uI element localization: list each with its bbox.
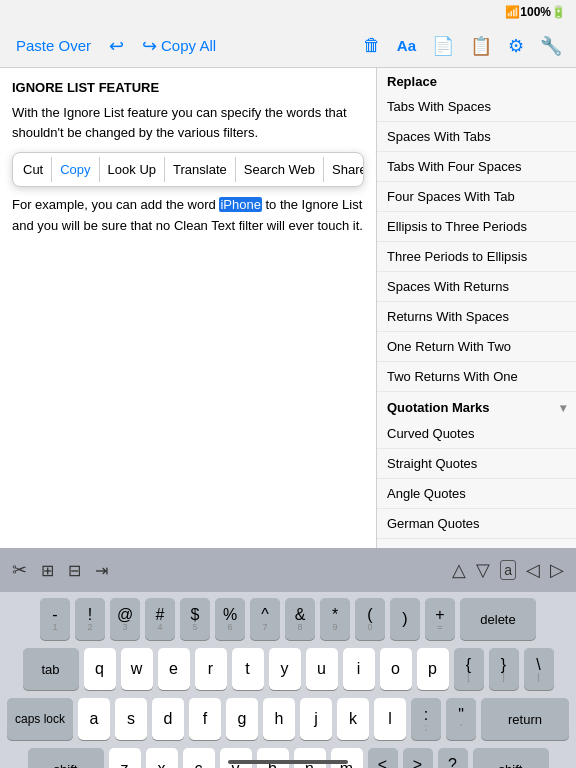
key-backslash[interactable]: \ | [524, 648, 554, 690]
context-cut[interactable]: Cut [15, 157, 52, 182]
key-a[interactable]: a [78, 698, 110, 740]
rewind-icon[interactable]: ◁ [526, 559, 540, 581]
key-asterisk[interactable]: * 9 [320, 598, 350, 640]
sidebar-item-angle-quotes[interactable]: Angle Quotes [377, 479, 576, 509]
key-capslock[interactable]: caps lock [7, 698, 73, 740]
key-delete[interactable]: delete [460, 598, 536, 640]
key-w[interactable]: w [121, 648, 153, 690]
key-q[interactable]: q [84, 648, 116, 690]
key-lbrace[interactable]: { [ [454, 648, 484, 690]
clipboard-button[interactable]: 📋 [466, 31, 496, 61]
key-lparen[interactable]: ( 0 [355, 598, 385, 640]
sidebar-item-cjk-quotes[interactable]: CJK Quotes [377, 539, 576, 548]
indent-icon[interactable]: ⇥ [95, 561, 108, 580]
settings-button[interactable]: ⚙ [504, 31, 528, 61]
sidebar-item-spaces-returns[interactable]: Spaces With Returns [377, 272, 576, 302]
key-m[interactable]: m [331, 748, 363, 768]
key-r[interactable]: r [195, 648, 227, 690]
key-v[interactable]: v [220, 748, 252, 768]
key-ampersand[interactable]: & 8 [285, 598, 315, 640]
sidebar-item-one-return-two[interactable]: One Return With Two [377, 332, 576, 362]
sidebar-item-german-quotes[interactable]: German Quotes [377, 509, 576, 539]
key-hash[interactable]: # 4 [145, 598, 175, 640]
key-o[interactable]: o [380, 648, 412, 690]
key-l[interactable]: l [374, 698, 406, 740]
key-caret[interactable]: ^ 7 [250, 598, 280, 640]
key-rbrace[interactable]: } ] [489, 648, 519, 690]
copy-icon[interactable]: ⊞ [41, 561, 54, 580]
a-box-icon[interactable]: a [500, 560, 516, 580]
forward-icon[interactable]: ▷ [550, 559, 564, 581]
key-s[interactable]: s [115, 698, 147, 740]
sidebar-item-spaces-tabs[interactable]: Spaces With Tabs [377, 122, 576, 152]
key-colon[interactable]: : ; [411, 698, 441, 740]
key-f[interactable]: f [189, 698, 221, 740]
key-t[interactable]: t [232, 648, 264, 690]
key-return[interactable]: return [481, 698, 569, 740]
key-lt[interactable]: < , [368, 748, 398, 768]
battery-icon: 🔋 [551, 5, 566, 19]
feature-heading: IGNORE LIST FEATURE [12, 80, 364, 95]
key-u[interactable]: u [306, 648, 338, 690]
copy-all-button[interactable]: ↪ Copy All [136, 31, 222, 61]
key-question[interactable]: ? / [438, 748, 468, 768]
key-shift-right[interactable]: shift [473, 748, 549, 768]
key-rparen[interactable]: ) [390, 598, 420, 640]
clipboard-icon: 📋 [470, 36, 492, 56]
key-dollar[interactable]: $ 5 [180, 598, 210, 640]
key-p[interactable]: p [417, 648, 449, 690]
sidebar-item-tabs-spaces[interactable]: Tabs With Spaces [377, 92, 576, 122]
key-b[interactable]: b [257, 748, 289, 768]
key-minus[interactable]: - 1 [40, 598, 70, 640]
paste-over-button[interactable]: Paste Over [10, 33, 97, 58]
sidebar-item-ellipsis-three[interactable]: Ellipsis to Three Periods [377, 212, 576, 242]
key-e[interactable]: e [158, 648, 190, 690]
key-d[interactable]: d [152, 698, 184, 740]
triangle-up-icon[interactable]: △ [452, 559, 466, 581]
key-i[interactable]: i [343, 648, 375, 690]
quotation-marks-header[interactable]: Quotation Marks ▾ [377, 392, 576, 419]
key-exclaim[interactable]: ! 2 [75, 598, 105, 640]
key-c[interactable]: c [183, 748, 215, 768]
key-g[interactable]: g [226, 698, 258, 740]
key-percent[interactable]: % 6 [215, 598, 245, 640]
key-gt[interactable]: > . [403, 748, 433, 768]
context-lookup[interactable]: Look Up [100, 157, 165, 182]
key-n[interactable]: n [294, 748, 326, 768]
key-j[interactable]: j [300, 698, 332, 740]
font-button[interactable]: Aa [393, 31, 420, 60]
undo-button[interactable]: ↩ [103, 31, 130, 61]
context-share[interactable]: Share... [324, 157, 364, 182]
status-bar: 📶 100% 🔋 [0, 0, 576, 24]
scissors-icon[interactable]: ✂ [12, 559, 27, 581]
sidebar-item-two-returns-one[interactable]: Two Returns With One [377, 362, 576, 392]
context-copy[interactable]: Copy [52, 157, 99, 182]
replace-label: Replace [377, 68, 576, 92]
sidebar-item-straight-quotes[interactable]: Straight Quotes [377, 449, 576, 479]
wrench-button[interactable]: 🔧 [536, 31, 566, 61]
paste-over-label: Paste Over [16, 37, 91, 54]
key-x[interactable]: x [146, 748, 178, 768]
context-searchweb[interactable]: Search Web [236, 157, 324, 182]
text-editor[interactable]: IGNORE LIST FEATURE With the Ignore List… [0, 68, 376, 548]
sidebar-item-tabs-four-spaces[interactable]: Tabs With Four Spaces [377, 152, 576, 182]
delete-button[interactable]: 🗑 [359, 31, 385, 60]
keyboard-row-4: shift z x c v b n m < , > . ? / shift [3, 748, 573, 768]
key-at[interactable]: @ 3 [110, 598, 140, 640]
paste-icon[interactable]: ⊟ [68, 561, 81, 580]
key-quote[interactable]: " ' [446, 698, 476, 740]
sidebar-item-four-spaces-tab[interactable]: Four Spaces With Tab [377, 182, 576, 212]
sidebar-item-returns-spaces[interactable]: Returns With Spaces [377, 302, 576, 332]
key-y[interactable]: y [269, 648, 301, 690]
sidebar-item-curved-quotes[interactable]: Curved Quotes [377, 419, 576, 449]
key-h[interactable]: h [263, 698, 295, 740]
key-z[interactable]: z [109, 748, 141, 768]
sidebar-item-three-ellipsis[interactable]: Three Periods to Ellipsis [377, 242, 576, 272]
key-plus[interactable]: + = [425, 598, 455, 640]
context-translate[interactable]: Translate [165, 157, 236, 182]
key-shift-left[interactable]: shift [28, 748, 104, 768]
key-tab[interactable]: tab [23, 648, 79, 690]
triangle-down-icon[interactable]: ▽ [476, 559, 490, 581]
doc-button[interactable]: 📄 [428, 31, 458, 61]
key-k[interactable]: k [337, 698, 369, 740]
